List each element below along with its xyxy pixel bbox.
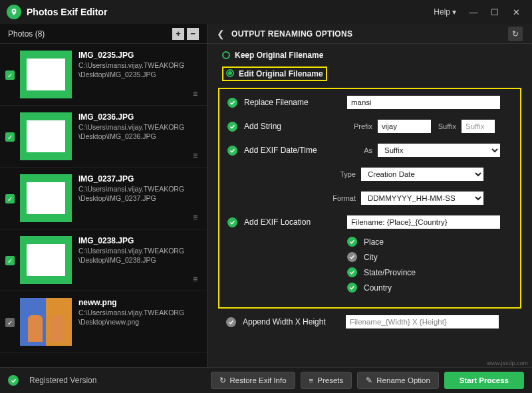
list-item[interactable]: ✓ IMG_0237.JPG C:\Users\mansi.vijay.TWEA…	[0, 168, 207, 229]
rename-option-button[interactable]: ✎Rename Option	[357, 372, 439, 389]
thumbnail	[20, 236, 72, 284]
prefix-label: Prefix	[347, 122, 378, 130]
presets-label: Presets	[317, 376, 343, 384]
help-label: Help	[434, 7, 450, 17]
width-height-input[interactable]	[346, 315, 499, 328]
thumbnail	[20, 112, 72, 160]
item-filename: IMG_0235.JPG	[78, 51, 199, 60]
sidebar-title: Photos (8)	[8, 29, 170, 39]
item-menu-icon[interactable]: ≡	[193, 275, 198, 284]
chevron-down-icon: ▾	[452, 7, 456, 17]
as-select[interactable]: Suffix	[378, 144, 500, 157]
back-button[interactable]: ❮	[217, 29, 225, 39]
check-icon[interactable]	[227, 217, 237, 227]
watermark: www.jsxdp.com	[487, 360, 528, 366]
check-icon[interactable]	[226, 317, 236, 327]
add-photo-button[interactable]: +	[172, 28, 184, 40]
list-item[interactable]: ✓ IMG_0235.JPG C:\Users\mansi.vijay.TWEA…	[0, 44, 207, 106]
city-label: City	[364, 253, 378, 262]
prefix-input[interactable]	[378, 120, 431, 133]
footer: Registered Version ↻Restore Exif Info ≡P…	[0, 367, 532, 393]
radio-label: Keep Original Filename	[235, 51, 323, 60]
state-label: State/Province	[364, 268, 416, 277]
start-label: Start Process	[460, 376, 509, 384]
maximize-button[interactable]: ☐	[485, 3, 504, 21]
item-path: C:\Users\mansi.vijay.TWEAKORG\Desktop\IM…	[78, 247, 199, 265]
item-checkbox[interactable]: ✓	[5, 132, 15, 142]
sliders-icon: ≡	[309, 376, 314, 384]
check-icon[interactable]	[347, 252, 357, 262]
radio-label: Edit Original Filename	[239, 69, 323, 78]
item-filename: IMG_0238.JPG	[78, 236, 199, 245]
minimize-button[interactable]: —	[464, 3, 483, 21]
append-wh-label: Append Width X Height	[243, 317, 346, 327]
item-checkbox[interactable]: ✓	[5, 194, 15, 203]
item-menu-icon[interactable]: ≡	[193, 213, 198, 222]
radio-keep-original[interactable]: Keep Original Filename	[222, 51, 521, 60]
list-item[interactable]: ✓ neww.png C:\Users\mansi.vijay.TWEAKORG…	[0, 291, 207, 353]
type-select[interactable]: Creation Date	[361, 168, 483, 181]
item-filename: IMG_0237.JPG	[78, 174, 199, 184]
registered-icon	[8, 375, 19, 386]
thumbnail	[20, 174, 72, 222]
item-path: C:\Users\mansi.vijay.TWEAKORG\Desktop\ne…	[78, 309, 199, 327]
check-icon[interactable]	[347, 237, 357, 247]
suffix-label: Suffix	[431, 122, 462, 130]
pencil-icon: ✎	[366, 376, 372, 385]
item-filename: neww.png	[78, 298, 199, 307]
app-title: Photos Exif Editor	[27, 7, 428, 17]
check-icon[interactable]	[347, 267, 357, 277]
start-process-button[interactable]: Start Process	[444, 372, 524, 389]
remove-photo-button[interactable]: −	[187, 28, 199, 40]
add-datetime-label: Add EXIF Date/Time	[244, 146, 347, 155]
as-label: As	[347, 146, 378, 154]
suffix-input[interactable]	[462, 120, 495, 133]
sidebar: Photos (8) + − ✓ IMG_0235.JPG C:\Users\m…	[0, 24, 207, 367]
rename-label: Rename Option	[376, 376, 430, 384]
add-location-label: Add EXIF Location	[244, 217, 347, 227]
item-path: C:\Users\mansi.vijay.TWEAKORG\Desktop\IM…	[78, 123, 199, 141]
check-icon[interactable]	[227, 146, 237, 156]
item-filename: IMG_0236.JPG	[78, 112, 199, 122]
country-label: Country	[364, 283, 392, 293]
add-string-label: Add String	[244, 122, 347, 131]
item-checkbox[interactable]: ✓	[5, 256, 15, 265]
item-path: C:\Users\mansi.vijay.TWEAKORG\Desktop\IM…	[78, 185, 199, 203]
thumbnail	[20, 51, 72, 98]
replace-filename-label: Replace Filename	[244, 98, 347, 107]
item-path: C:\Users\mansi.vijay.TWEAKORG\Desktop\IM…	[78, 61, 199, 79]
check-icon[interactable]	[347, 283, 357, 293]
list-item[interactable]: ✓ IMG_0236.JPG C:\Users\mansi.vijay.TWEA…	[0, 106, 207, 168]
restore-icon: ↻	[219, 376, 226, 385]
item-checkbox[interactable]: ✓	[5, 318, 15, 327]
photo-list[interactable]: ✓ IMG_0235.JPG C:\Users\mansi.vijay.TWEA…	[0, 44, 207, 367]
titlebar: Photos Exif Editor Help▾ — ☐ ✕	[0, 0, 532, 24]
item-menu-icon[interactable]: ≡	[193, 89, 198, 98]
help-menu[interactable]: Help▾	[428, 5, 462, 19]
radio-icon	[226, 69, 234, 77]
check-icon[interactable]	[227, 122, 237, 132]
check-icon[interactable]	[227, 98, 237, 108]
format-label: Format	[331, 194, 361, 202]
type-label: Type	[331, 170, 361, 178]
replace-filename-input[interactable]	[347, 96, 500, 109]
location-pattern-input[interactable]	[347, 215, 500, 229]
registered-label: Registered Version	[29, 376, 96, 385]
reset-button[interactable]: ↻	[508, 27, 523, 41]
radio-edit-original[interactable]: Edit Original Filename	[222, 66, 327, 81]
list-item[interactable]: ✓ IMG_0238.JPG C:\Users\mansi.vijay.TWEA…	[0, 229, 207, 291]
radio-icon	[222, 51, 230, 59]
edit-filename-options: Replace Filename Add String Prefix Suffi…	[218, 88, 521, 309]
panel-title: OUTPUT RENAMING OPTIONS	[231, 29, 508, 39]
close-button[interactable]: ✕	[507, 3, 525, 21]
app-logo-icon	[7, 5, 21, 19]
options-panel: ❮ OUTPUT RENAMING OPTIONS ↻ Keep Origina…	[207, 24, 532, 367]
format-select[interactable]: DDMMYYYY_HH-MM-SS	[361, 192, 483, 205]
restore-label: Restore Exif Info	[230, 376, 287, 384]
place-label: Place	[364, 237, 384, 247]
thumbnail	[20, 298, 72, 346]
restore-exif-button[interactable]: ↻Restore Exif Info	[211, 372, 295, 389]
presets-button[interactable]: ≡Presets	[301, 372, 352, 389]
item-checkbox[interactable]: ✓	[5, 70, 15, 80]
item-menu-icon[interactable]: ≡	[193, 151, 198, 160]
